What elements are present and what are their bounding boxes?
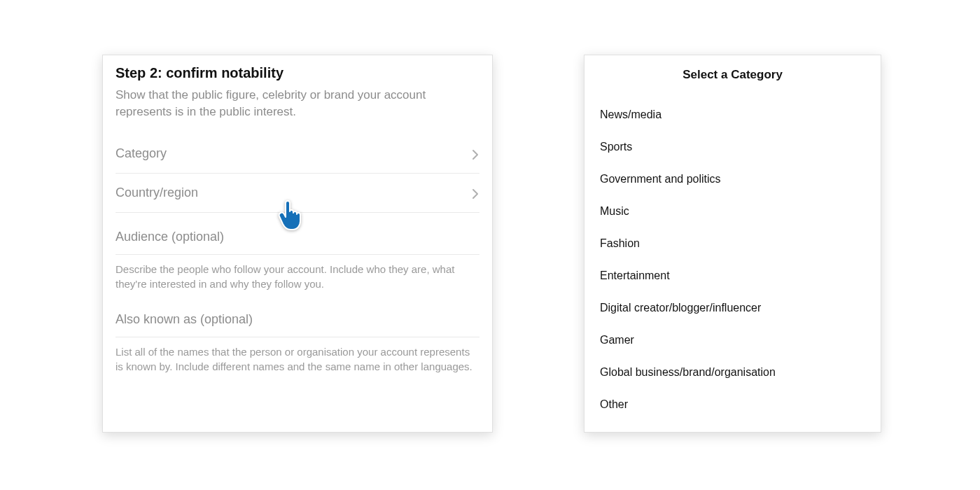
category-option[interactable]: Sports xyxy=(600,131,865,163)
category-option[interactable]: Entertainment xyxy=(600,260,865,292)
aka-label: Also known as (optional) xyxy=(115,295,479,337)
category-label: Category xyxy=(115,146,167,161)
aka-help: List all of the names that the person or… xyxy=(115,337,479,378)
category-option[interactable]: Digital creator/blogger/influencer xyxy=(600,292,865,324)
category-option[interactable]: Other xyxy=(600,388,865,421)
chevron-right-icon xyxy=(471,149,479,158)
category-option[interactable]: News/media xyxy=(600,99,865,131)
category-list: News/media Sports Government and politic… xyxy=(600,99,865,421)
category-option[interactable]: Gamer xyxy=(600,324,865,356)
country-region-label: Country/region xyxy=(115,186,198,200)
step-title: Step 2: confirm notability xyxy=(115,65,479,81)
chevron-right-icon xyxy=(471,188,479,197)
audience-help: Describe the people who follow your acco… xyxy=(115,255,479,295)
step-subtitle: Show that the public figure, celebrity o… xyxy=(115,87,479,120)
select-category-title: Select a Category xyxy=(600,68,865,82)
audience-label: Audience (optional) xyxy=(115,213,479,255)
category-option[interactable]: Global business/brand/organisation xyxy=(600,356,865,388)
category-option[interactable]: Music xyxy=(600,195,865,227)
category-option[interactable]: Government and politics xyxy=(600,163,865,195)
category-option[interactable]: Fashion xyxy=(600,227,865,260)
select-category-panel: Select a Category News/media Sports Gove… xyxy=(584,55,881,433)
category-row[interactable]: Category xyxy=(115,134,479,174)
country-region-row[interactable]: Country/region xyxy=(115,174,479,213)
notability-step-panel: Step 2: confirm notability Show that the… xyxy=(102,55,493,433)
